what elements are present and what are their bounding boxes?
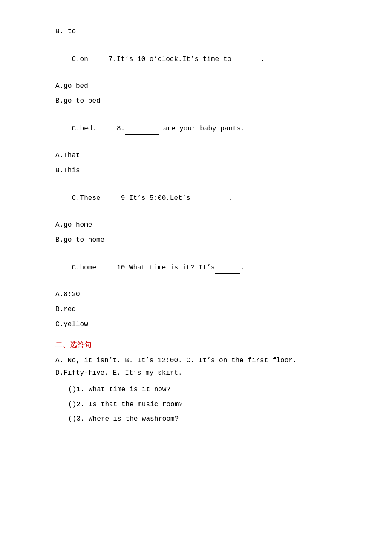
line-c-yellow: C.yellow	[55, 318, 332, 331]
section2-q1: ()1. What time is it now?	[68, 384, 332, 396]
c-bed-q8-text: C.bed. 8. are your baby pants.	[72, 125, 245, 133]
line-b-go-to-home: B.go to home	[55, 234, 332, 246]
line-c-on-q7: C.on 7.It’s 10 o’clock.It’s time to .	[55, 40, 332, 78]
blank-q7	[235, 53, 257, 66]
c-these-q9-text: C.These 9.It’s 5:00.Let’s .	[72, 194, 233, 202]
line-a-that: A.That	[55, 150, 332, 162]
line-c-these-q9: C.These 9.It’s 5:00.Let’s .	[55, 179, 332, 217]
section2-q2: ()2. Is that the music room?	[68, 399, 332, 411]
section2-options: A. No, it isn’t. B. It’s 12:00. C. It’s …	[55, 355, 332, 379]
main-content: B. to C.on 7.It’s 10 o’clock.It’s time t…	[55, 26, 332, 425]
c-home-q10-text: C.home 10.What time is it? It’s .	[72, 264, 245, 272]
line-a-go-bed: A.go bed	[55, 80, 332, 92]
line-a-830: A.8:30	[55, 289, 332, 301]
line-b-this: B.This	[55, 165, 332, 177]
blank-q8	[125, 122, 159, 135]
blank-q9	[194, 192, 228, 205]
line-b-go-to-bed: B.go to bed	[55, 95, 332, 107]
line-c-bed-q8: C.bed. 8. are your baby pants.	[55, 110, 332, 147]
c-on-q7-text: C.on 7.It’s 10 o’clock.It’s time to .	[72, 55, 265, 63]
line-b-to: B. to	[55, 26, 332, 38]
line-b-red: B.red	[55, 304, 332, 316]
section2-title: 二、选答句	[55, 338, 332, 352]
blank-q10	[215, 261, 240, 274]
line-c-home-q10: C.home 10.What time is it? It’s .	[55, 249, 332, 286]
section2-q3: ()3. Where is the washroom?	[68, 413, 332, 425]
line-a-go-home: A.go home	[55, 219, 332, 231]
